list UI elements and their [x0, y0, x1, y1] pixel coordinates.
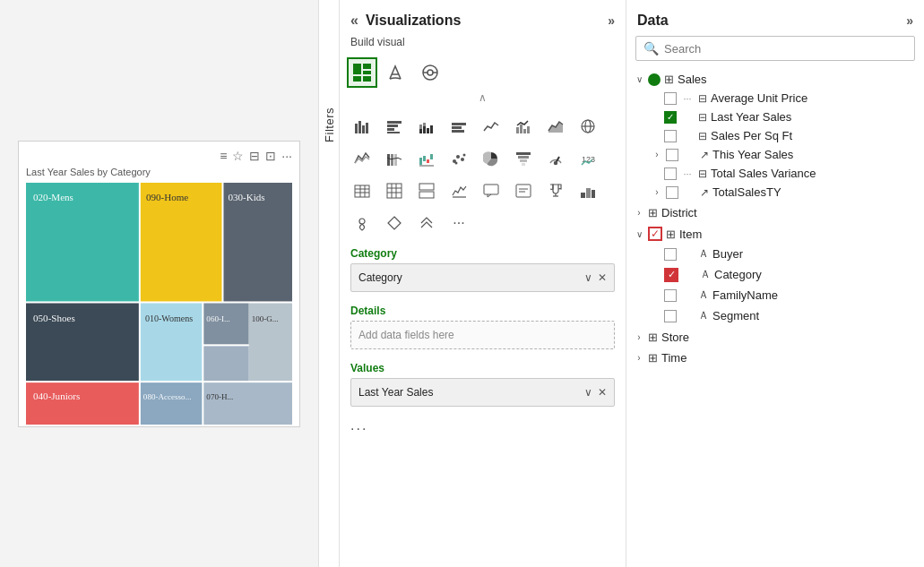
district-expand-icon[interactable]: › — [634, 208, 644, 218]
data-panel-expand-icon[interactable]: » — [906, 13, 913, 28]
tree-item-time[interactable]: › ⊞ Time — [630, 348, 920, 367]
bar-chart2-btn[interactable] — [379, 111, 410, 142]
tree-item-total-sales-ty[interactable]: › ↗ TotalSalesTY — [648, 183, 920, 202]
collapse-left-button[interactable]: « — [350, 13, 358, 29]
scatter-btn[interactable] — [444, 143, 474, 174]
svg-text:060-I...: 060-I... — [206, 314, 229, 322]
total-sales-variance-checkbox[interactable] — [664, 168, 677, 180]
combo-chart-btn[interactable] — [508, 111, 539, 142]
build-visual-label: Build visual — [340, 32, 626, 56]
sales-per-sq-ft-checkbox[interactable] — [664, 130, 677, 142]
svg-rect-22 — [363, 64, 371, 69]
svg-rect-32 — [362, 125, 365, 133]
menu-icon[interactable]: ≡ — [220, 149, 227, 163]
avg-unit-price-checkbox[interactable] — [664, 92, 677, 105]
map-chart-btn[interactable] — [573, 111, 603, 142]
filters-tab[interactable]: Filters — [318, 0, 340, 567]
expand-icon[interactable]: ⊡ — [265, 149, 276, 163]
more-icon[interactable]: ··· — [281, 149, 292, 163]
buyer-checkbox[interactable] — [664, 248, 677, 261]
bar-chart3-btn[interactable] — [573, 176, 603, 206]
category-remove-icon[interactable]: ✕ — [598, 271, 607, 284]
last-year-sales-checkbox[interactable]: ✓ — [664, 111, 677, 124]
pin-icon[interactable]: ☆ — [232, 149, 244, 163]
category-chevron-icon[interactable]: ∨ — [584, 271, 592, 284]
pie-chart-btn[interactable] — [476, 143, 506, 174]
last-year-sales-icon: ⊟ — [698, 111, 707, 124]
filter-icon[interactable]: ⊟ — [249, 149, 260, 163]
shape-map-btn[interactable] — [444, 176, 474, 206]
stacked-bar-btn[interactable] — [411, 111, 442, 142]
multirow-card-btn[interactable] — [411, 176, 442, 206]
search-box: 🔍 — [635, 36, 915, 61]
treemap-viz-btn[interactable] — [347, 57, 377, 88]
text-box-btn[interactable] — [508, 176, 539, 206]
tree-item-district[interactable]: › ⊞ District — [630, 203, 920, 222]
item-expand-icon[interactable]: ∨ — [634, 229, 644, 239]
total-sales-variance-label: Total Sales Variance — [711, 167, 816, 180]
line-chart-btn[interactable] — [476, 111, 506, 142]
tree-item-sales[interactable]: ∨ ⊞ Sales — [630, 70, 920, 89]
total-sales-ty-label: TotalSalesTY — [712, 185, 782, 199]
item-children: Ａ Buyer ✓ Ａ Category — [648, 244, 920, 326]
map-pin-btn[interactable] — [347, 208, 377, 238]
tree-item-this-year-sales[interactable]: › ↗ This Year Sales — [648, 145, 920, 164]
sales-expand-icon[interactable]: ∨ — [634, 74, 644, 84]
time-expand-icon[interactable]: › — [634, 353, 644, 363]
svg-text:050-Shoes: 050-Shoes — [33, 312, 75, 322]
matrix-btn[interactable] — [379, 176, 410, 206]
waterfall-btn[interactable] — [411, 143, 442, 174]
analytics-viz-btn[interactable] — [415, 57, 445, 88]
tree-item-buyer[interactable]: Ａ Buyer — [648, 244, 920, 264]
svg-point-66 — [463, 154, 466, 157]
svg-text:090-Home: 090-Home — [146, 192, 188, 202]
chart-card: ≡ ☆ ⊟ ⊡ ··· Last Year Sales by Category … — [18, 141, 300, 427]
ribbon-chart-btn[interactable] — [379, 143, 410, 174]
arrows-btn[interactable] — [411, 208, 442, 238]
family-name-checkbox[interactable] — [664, 289, 677, 302]
tree-item-item[interactable]: ∨ ✓ ⊞ Item — [630, 224, 920, 244]
category-field-well[interactable]: Category ∨ ✕ — [350, 263, 615, 292]
format-viz-btn[interactable] — [381, 57, 411, 88]
sales-per-sq-ft-icon: ⊟ — [698, 130, 707, 142]
this-year-sales-checkbox[interactable] — [666, 149, 678, 161]
store-expand-icon[interactable]: › — [634, 332, 644, 342]
kpi-btn[interactable]: 123 — [573, 143, 603, 174]
trophy-btn[interactable] — [540, 176, 571, 206]
tree-item-last-year-sales[interactable]: ✓ ⊟ Last Year Sales — [648, 107, 920, 126]
values-chevron-icon[interactable]: ∨ — [584, 386, 592, 399]
tree-item-avg-unit-price[interactable]: ··· ⊟ Average Unit Price — [648, 89, 920, 107]
table-viz-btn[interactable] — [347, 176, 377, 206]
district-label: District — [661, 206, 697, 219]
bar-chart-btn[interactable] — [347, 111, 377, 142]
this-year-sales-expand[interactable]: › — [652, 150, 662, 159]
more-fields-dots: ... — [340, 414, 626, 437]
svg-rect-84 — [419, 184, 434, 190]
tree-item-total-sales-variance[interactable]: ··· ⊟ Total Sales Variance — [648, 164, 920, 183]
category-item-label: Category — [714, 268, 762, 281]
tree-item-category[interactable]: ✓ Ａ Category — [648, 264, 920, 285]
tree-item-family-name[interactable]: Ａ FamilyName — [648, 285, 920, 305]
details-field-well[interactable]: Add data fields here — [350, 321, 615, 349]
tree-item-segment[interactable]: Ａ Segment — [648, 305, 920, 326]
segment-checkbox[interactable] — [664, 310, 677, 322]
expand-right-button[interactable]: » — [608, 13, 615, 28]
more-viz-btn[interactable]: ··· — [444, 208, 474, 238]
diamond-btn[interactable] — [379, 208, 410, 238]
line-area-btn[interactable] — [347, 143, 377, 174]
tree-item-sales-per-sq-ft[interactable]: ⊟ Sales Per Sq Ft — [648, 126, 920, 145]
values-remove-icon[interactable]: ✕ — [598, 386, 607, 399]
tree-item-store[interactable]: › ⊞ Store — [630, 328, 920, 347]
values-field-well[interactable]: Last Year Sales ∨ ✕ — [350, 378, 615, 407]
area-chart-btn[interactable] — [540, 111, 571, 142]
total-sales-ty-expand[interactable]: › — [652, 187, 662, 197]
gauge-btn[interactable] — [540, 143, 571, 174]
category-item-checkbox[interactable]: ✓ — [664, 268, 678, 282]
search-icon: 🔍 — [643, 41, 659, 56]
search-input[interactable] — [664, 42, 907, 56]
total-sales-ty-checkbox[interactable] — [666, 186, 678, 199]
item-checkbox[interactable]: ✓ — [648, 227, 662, 241]
funnel-btn[interactable] — [508, 143, 539, 174]
column-chart-btn[interactable] — [444, 111, 474, 142]
callout-btn[interactable] — [476, 176, 506, 206]
